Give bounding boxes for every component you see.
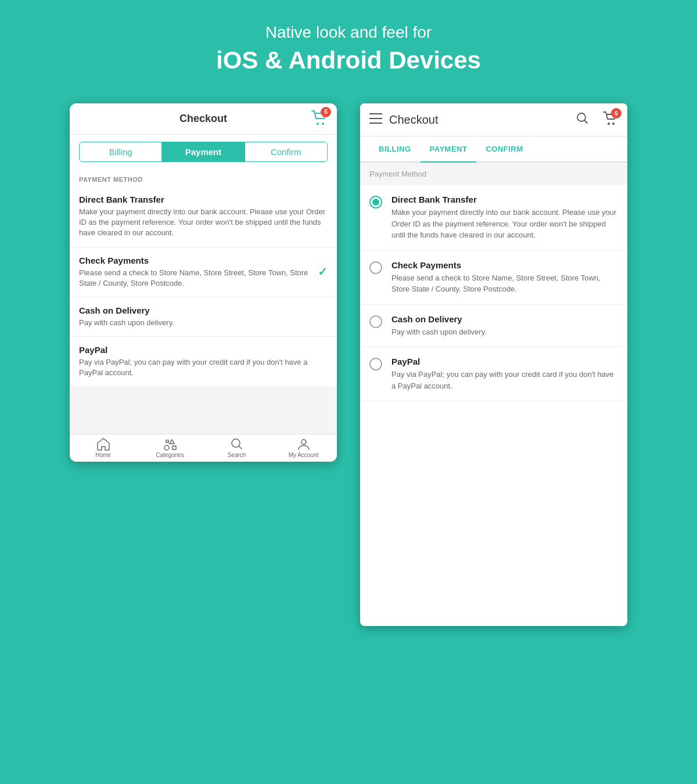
android-search-icon[interactable] — [576, 112, 589, 127]
ios-nav-search-label: Search — [228, 452, 246, 458]
ios-nav-home-label: Home — [95, 452, 111, 458]
android-bank-title: Direct Bank Transfer — [391, 195, 618, 204]
android-phone: Checkout 6 BILLING — [360, 103, 627, 626]
android-cod-title: Cash on Delivery — [391, 314, 487, 324]
ios-cod-title: Cash on Delivery — [79, 305, 328, 315]
ios-payment-item-paypal[interactable]: PayPal Pay via PayPal; you can pay with … — [70, 337, 337, 387]
android-radio-paypal[interactable] — [369, 358, 382, 371]
ios-check-desc: Please send a check to Store Name, Store… — [79, 268, 328, 289]
svg-point-5 — [608, 123, 610, 125]
ios-footer-area — [70, 387, 337, 434]
ios-check-checkmark: ✓ — [318, 265, 328, 279]
ios-bank-title: Direct Bank Transfer — [79, 195, 328, 204]
search-icon — [231, 438, 243, 451]
android-radio-check[interactable] — [369, 261, 382, 274]
android-menu-icon[interactable] — [369, 113, 382, 126]
android-check-title: Check Payments — [391, 260, 618, 270]
ios-paypal-desc: Pay via PayPal; you can pay with your cr… — [79, 357, 328, 378]
phones-container: Checkout 6 Billing Payment Confirm PAYME… — [0, 92, 697, 638]
ios-paypal-title: PayPal — [79, 345, 328, 355]
ios-bottom-nav: Home Categories Search My — [70, 434, 337, 462]
android-radio-bank[interactable] — [369, 196, 382, 208]
android-tab-confirm[interactable]: CONFIRM — [476, 136, 532, 161]
android-cart-icon[interactable]: 6 — [603, 112, 618, 128]
ios-phone: Checkout 6 Billing Payment Confirm PAYME… — [70, 103, 337, 462]
ios-nav-account-label: My Account — [289, 452, 319, 458]
android-payment-item-paypal[interactable]: PayPal Pay via PayPal; you can pay with … — [360, 347, 627, 401]
svg-point-1 — [322, 123, 324, 125]
categories-icon — [164, 438, 177, 451]
header-section: Native look and feel for iOS & Android D… — [204, 0, 493, 92]
ios-check-title: Check Payments — [79, 256, 328, 265]
ios-nav-search[interactable]: Search — [203, 438, 270, 458]
ios-tabs: Billing Payment Confirm — [79, 142, 328, 162]
svg-point-0 — [317, 123, 319, 125]
android-cod-desc: Pay with cash upon delivery. — [391, 326, 487, 338]
ios-tab-confirm[interactable]: Confirm — [245, 142, 327, 161]
android-cart-badge: 6 — [611, 108, 621, 118]
ios-tab-billing[interactable]: Billing — [80, 142, 162, 161]
android-cod-content: Cash on Delivery Pay with cash upon deli… — [391, 314, 487, 338]
android-section-label: Payment Method — [360, 163, 627, 185]
android-check-content: Check Payments Please send a check to St… — [391, 260, 618, 295]
android-tab-payment[interactable]: PAYMENT — [421, 136, 477, 161]
ios-nav-categories-label: Categories — [156, 452, 184, 458]
android-paypal-desc: Pay via PayPal; you can pay with your cr… — [391, 369, 618, 391]
ios-bank-desc: Make your payment directly into our bank… — [79, 207, 328, 239]
header-subtitle: Native look and feel for — [216, 23, 481, 42]
account-icon — [297, 438, 310, 451]
android-tabs: BILLING PAYMENT CONFIRM — [360, 136, 627, 163]
header-title: iOS & Android Devices — [216, 46, 481, 74]
android-bank-content: Direct Bank Transfer Make your payment d… — [391, 195, 618, 241]
android-check-desc: Please send a check to Store Name, Store… — [391, 272, 618, 295]
ios-section-label: PAYMENT METHOD — [70, 169, 337, 186]
ios-nav-categories[interactable]: Categories — [136, 438, 203, 458]
android-bank-desc: Make your payment directly into our bank… — [391, 207, 618, 241]
android-radio-inner-bank — [372, 199, 379, 206]
android-payment-item-cod[interactable]: Cash on Delivery Pay with cash upon deli… — [360, 305, 627, 348]
ios-tab-payment[interactable]: Payment — [162, 142, 245, 161]
ios-cart-icon[interactable]: 6 — [311, 110, 328, 128]
home-icon — [97, 438, 110, 451]
ios-checkout-title: Checkout — [179, 113, 227, 125]
ios-nav-account[interactable]: My Account — [270, 438, 337, 458]
ios-cart-badge: 6 — [321, 107, 331, 117]
ios-payment-item-cod[interactable]: Cash on Delivery Pay with cash upon deli… — [70, 297, 337, 337]
android-paypal-title: PayPal — [391, 357, 618, 366]
ios-nav-home[interactable]: Home — [70, 438, 136, 458]
android-checkout-title: Checkout — [389, 113, 569, 127]
android-payment-item-bank[interactable]: Direct Bank Transfer Make your payment d… — [360, 185, 627, 251]
android-paypal-content: PayPal Pay via PayPal; you can pay with … — [391, 357, 618, 391]
android-radio-cod[interactable] — [369, 315, 382, 328]
svg-point-3 — [301, 440, 306, 444]
ios-cod-desc: Pay with cash upon delivery. — [79, 318, 328, 328]
ios-payment-item-bank[interactable]: Direct Bank Transfer Make your payment d… — [70, 186, 337, 247]
android-payment-item-check[interactable]: Check Payments Please send a check to St… — [360, 251, 627, 305]
svg-point-6 — [612, 123, 615, 125]
ios-header: Checkout 6 — [70, 103, 337, 135]
ios-payment-item-check[interactable]: Check Payments Please send a check to St… — [70, 247, 337, 297]
android-tab-billing[interactable]: BILLING — [369, 136, 421, 161]
android-header: Checkout 6 — [360, 103, 627, 136]
